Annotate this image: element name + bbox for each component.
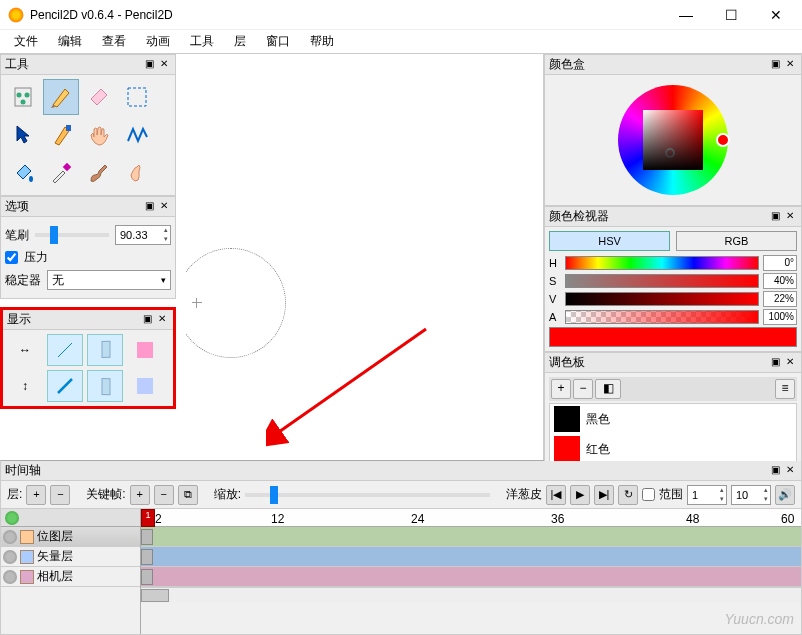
color-square[interactable] bbox=[643, 110, 703, 170]
options-panel: 选项 ▣ ✕ 笔刷 90.33 压力 稳定器 无 bbox=[0, 196, 176, 299]
outlines-next-button[interactable] bbox=[87, 370, 123, 402]
add-key-button[interactable]: + bbox=[130, 485, 150, 505]
palette-item[interactable]: 红色 bbox=[550, 434, 796, 464]
panel-float-icon[interactable]: ▣ bbox=[768, 356, 782, 370]
brush-size-input[interactable]: 90.33 bbox=[115, 225, 171, 245]
minimize-button[interactable]: — bbox=[676, 7, 696, 23]
rgb-tab[interactable]: RGB bbox=[676, 231, 797, 251]
color-wheel[interactable] bbox=[618, 85, 728, 195]
palette-menu-button[interactable]: ≡ bbox=[775, 379, 795, 399]
track-row[interactable] bbox=[141, 547, 801, 567]
palette-remove-button[interactable]: − bbox=[573, 379, 593, 399]
menu-help[interactable]: 帮助 bbox=[302, 31, 342, 52]
panel-close-icon[interactable]: ✕ bbox=[157, 200, 171, 214]
pressure-checkbox[interactable] bbox=[5, 251, 18, 264]
stabilizer-combo[interactable]: 无 bbox=[47, 270, 171, 290]
hue-value[interactable]: 0° bbox=[763, 255, 797, 271]
alpha-value[interactable]: 100% bbox=[763, 309, 797, 325]
menu-edit[interactable]: 编辑 bbox=[50, 31, 90, 52]
range-start-input[interactable]: 1 bbox=[687, 485, 727, 505]
panel-float-icon[interactable]: ▣ bbox=[768, 210, 782, 224]
dup-key-button[interactable]: ⧉ bbox=[178, 485, 198, 505]
onion-red-button[interactable] bbox=[127, 334, 163, 366]
sat-slider[interactable] bbox=[565, 274, 759, 288]
mirror-h-button[interactable]: ↔ bbox=[7, 334, 43, 366]
layer-row[interactable]: 相机层 bbox=[1, 567, 140, 587]
menu-tools[interactable]: 工具 bbox=[182, 31, 222, 52]
playhead[interactable]: 1 bbox=[141, 509, 155, 527]
val-value[interactable]: 22% bbox=[763, 291, 797, 307]
track-row[interactable] bbox=[141, 567, 801, 587]
sound-button[interactable]: 🔊 bbox=[775, 485, 795, 505]
track-row[interactable] bbox=[141, 527, 801, 547]
menu-file[interactable]: 文件 bbox=[6, 31, 46, 52]
brush-size-slider[interactable] bbox=[35, 233, 109, 237]
panel-close-icon[interactable]: ✕ bbox=[783, 464, 797, 478]
sat-value[interactable]: 40% bbox=[763, 273, 797, 289]
all-layers-visible-icon[interactable] bbox=[5, 511, 19, 525]
panel-close-icon[interactable]: ✕ bbox=[783, 58, 797, 72]
panel-float-icon[interactable]: ▣ bbox=[140, 313, 154, 327]
layer-row[interactable]: 位图层 bbox=[1, 527, 140, 547]
menu-layer[interactable]: 层 bbox=[226, 31, 254, 52]
mirror-v-button[interactable]: ↕ bbox=[7, 370, 43, 402]
keyframe[interactable] bbox=[141, 529, 153, 545]
layer-visible-icon[interactable] bbox=[3, 550, 17, 564]
close-button[interactable]: ✕ bbox=[766, 7, 786, 23]
keyframe[interactable] bbox=[141, 549, 153, 565]
alpha-slider[interactable] bbox=[565, 310, 759, 324]
remove-key-button[interactable]: − bbox=[154, 485, 174, 505]
palette-add-button[interactable]: + bbox=[551, 379, 571, 399]
canvas[interactable] bbox=[176, 54, 544, 460]
thick-lines-button[interactable] bbox=[47, 370, 83, 402]
tool-polyline[interactable] bbox=[119, 117, 155, 153]
palette-color-button[interactable]: ◧ bbox=[595, 379, 621, 399]
tool-smudge[interactable] bbox=[119, 155, 155, 191]
panel-float-icon[interactable]: ▣ bbox=[142, 200, 156, 214]
loop-button[interactable]: ↻ bbox=[618, 485, 638, 505]
panel-close-icon[interactable]: ✕ bbox=[783, 210, 797, 224]
tool-hand[interactable] bbox=[81, 117, 117, 153]
play-button[interactable]: ▶ bbox=[570, 485, 590, 505]
onion-blue-button[interactable] bbox=[127, 370, 163, 402]
menu-view[interactable]: 查看 bbox=[94, 31, 134, 52]
play-last-button[interactable]: ▶| bbox=[594, 485, 614, 505]
tool-eraser[interactable] bbox=[81, 79, 117, 115]
panel-close-icon[interactable]: ✕ bbox=[155, 313, 169, 327]
timeline-zoom-slider[interactable] bbox=[245, 493, 490, 497]
keyframe[interactable] bbox=[141, 569, 153, 585]
palette-item[interactable]: 黑色 bbox=[550, 404, 796, 434]
val-slider[interactable] bbox=[565, 292, 759, 306]
panel-float-icon[interactable]: ▣ bbox=[768, 58, 782, 72]
panel-float-icon[interactable]: ▣ bbox=[768, 464, 782, 478]
hsv-tab[interactable]: HSV bbox=[549, 231, 670, 251]
tool-bucket[interactable] bbox=[5, 155, 41, 191]
hue-slider[interactable] bbox=[565, 256, 759, 270]
panel-close-icon[interactable]: ✕ bbox=[157, 58, 171, 72]
range-checkbox[interactable] bbox=[642, 488, 655, 501]
tool-brush[interactable] bbox=[81, 155, 117, 191]
add-layer-button[interactable]: + bbox=[26, 485, 46, 505]
tool-eyedropper[interactable] bbox=[43, 155, 79, 191]
layer-visible-icon[interactable] bbox=[3, 570, 17, 584]
timeline-ruler[interactable]: 1 2 12 24 36 48 60 bbox=[141, 509, 801, 527]
maximize-button[interactable]: ☐ bbox=[721, 7, 741, 23]
panel-float-icon[interactable]: ▣ bbox=[142, 58, 156, 72]
layer-visible-icon[interactable] bbox=[3, 530, 17, 544]
range-end-input[interactable]: 10 bbox=[731, 485, 771, 505]
remove-layer-button[interactable]: − bbox=[50, 485, 70, 505]
outlines-prev-button[interactable] bbox=[87, 334, 123, 366]
tool-clear[interactable] bbox=[5, 79, 41, 115]
tool-select[interactable] bbox=[119, 79, 155, 115]
play-first-button[interactable]: |◀ bbox=[546, 485, 566, 505]
menu-window[interactable]: 窗口 bbox=[258, 31, 298, 52]
tool-move[interactable] bbox=[5, 117, 41, 153]
tool-pencil[interactable] bbox=[43, 79, 79, 115]
menu-animation[interactable]: 动画 bbox=[138, 31, 178, 52]
timeline-scrollbar[interactable] bbox=[141, 587, 801, 603]
layer-row[interactable]: 矢量层 bbox=[1, 547, 140, 567]
panel-close-icon[interactable]: ✕ bbox=[783, 356, 797, 370]
thin-lines-button[interactable] bbox=[47, 334, 83, 366]
tool-pen[interactable] bbox=[43, 117, 79, 153]
timeline-tracks[interactable]: 1 2 12 24 36 48 60 bbox=[141, 509, 801, 634]
